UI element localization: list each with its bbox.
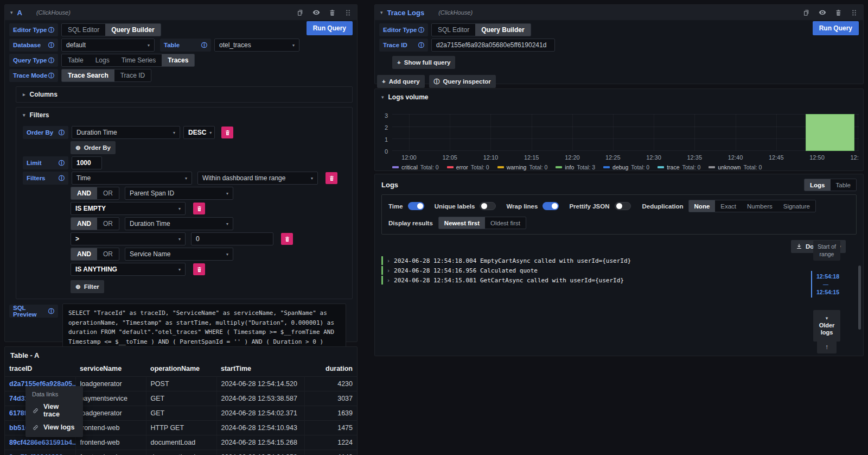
add-order-by-button[interactable]: ⊕ Order By [71, 141, 116, 154]
query-type-traces[interactable]: Traces [162, 54, 194, 66]
table-select[interactable]: otel_traces▾ [214, 39, 299, 52]
info-icon[interactable]: ⓘ [48, 41, 54, 49]
query-type-time-series[interactable]: Time Series [116, 54, 162, 66]
query-type-table[interactable]: Table [62, 54, 90, 66]
table-a-title[interactable]: Table - A [5, 347, 357, 362]
run-query-button[interactable]: Run Query [307, 21, 353, 35]
collapse-query-icon[interactable]: ▾ [10, 10, 13, 15]
filter-field-select[interactable]: Time▾ [72, 172, 192, 185]
log-row[interactable]: › 2024-06-28 12:54:16.956 Calculated quo… [381, 266, 803, 275]
info-icon[interactable]: ⓘ [418, 41, 424, 49]
legend-item-info[interactable]: info Total: 3 [556, 164, 595, 170]
log-row[interactable]: › 2024-06-28 12:54:18.004 EmptyCartAsync… [381, 256, 803, 265]
info-icon[interactable]: ⓘ [418, 26, 424, 34]
query-inspector-button[interactable]: ⓘ Query inspector [429, 75, 496, 88]
condition-operator-select[interactable]: IS EMPTY▾ [71, 202, 186, 215]
delete-query-icon[interactable] [329, 9, 336, 16]
time-toggle[interactable] [408, 202, 424, 210]
order-newest-first[interactable]: Newest first [439, 217, 485, 229]
info-icon[interactable]: ⓘ [48, 26, 54, 34]
info-icon[interactable]: ⓘ [48, 72, 54, 80]
info-icon[interactable]: ⓘ [59, 129, 65, 137]
remove-condition-button[interactable] [193, 203, 205, 214]
filter-operator-select[interactable]: Within dashboard time range▾ [197, 172, 318, 185]
trace-id-link[interactable]: 89cf4286e631591b4... [9, 439, 75, 446]
condition-field-select[interactable]: Service Name▾ [125, 248, 233, 261]
query-ref-id[interactable]: A [17, 9, 22, 17]
legend-item-unknown[interactable]: unknown Total: 0 [709, 164, 762, 170]
trace-id-input[interactable]: d2a7155ef6a928a05680e5ff6190241d [431, 39, 555, 52]
show-full-query-button[interactable]: + Show full query [392, 56, 455, 69]
bool-and[interactable]: AND [71, 218, 97, 230]
drag-handle-icon[interactable] [851, 9, 858, 16]
condition-value-input[interactable]: 0 [191, 232, 273, 245]
columns-section[interactable]: ▸ Columns [16, 86, 353, 103]
legend-item-error[interactable]: error Total: 0 [447, 164, 489, 170]
collapse-query-icon[interactable]: ▾ [380, 10, 383, 15]
filters-section-title[interactable]: ▾ Filters [16, 108, 352, 123]
older-logs-button[interactable]: ▾ Older logs [813, 310, 840, 342]
condition-field-select[interactable]: Parent Span ID▾ [125, 187, 233, 200]
editor-type-query-builder[interactable]: Query Builder [105, 24, 160, 36]
condition-operator-select[interactable]: >▾ [71, 232, 186, 245]
unique-labels-toggle[interactable] [480, 202, 496, 210]
view-trace-link[interactable]: View trace [32, 403, 76, 418]
bool-or[interactable]: OR [97, 187, 119, 199]
remove-condition-button[interactable] [193, 263, 205, 275]
expand-columns-icon[interactable]: ▸ [23, 92, 25, 97]
duplicate-query-icon[interactable] [297, 9, 304, 16]
view-logs-link[interactable]: View logs [32, 424, 76, 431]
order-oldest-first[interactable]: Oldest first [485, 217, 526, 229]
prettify-json-toggle[interactable] [615, 202, 631, 210]
hide-response-icon[interactable] [819, 9, 826, 16]
expand-log-icon[interactable]: › [387, 258, 390, 264]
log-row[interactable]: › 2024-06-28 12:54:15.081 GetCartAsync c… [381, 276, 803, 285]
col-operationname[interactable]: operationName [146, 362, 216, 377]
legend-item-critical[interactable]: critical Total: 0 [392, 164, 439, 170]
info-icon[interactable]: ⓘ [48, 307, 54, 315]
run-query-button[interactable]: Run Query [813, 21, 859, 35]
duplicate-query-icon[interactable] [803, 9, 810, 16]
info-logs-bar[interactable] [806, 114, 854, 151]
delete-query-icon[interactable] [835, 9, 842, 16]
view-logs-tab[interactable]: Logs [805, 179, 830, 191]
limit-input[interactable]: 1000 [72, 156, 102, 169]
drag-handle-icon[interactable] [344, 9, 352, 16]
editor-type-sql-editor[interactable]: SQL Editor [62, 24, 105, 36]
dedup-numbers[interactable]: Numbers [742, 200, 778, 212]
remove-filter-button[interactable] [326, 172, 337, 184]
scroll-to-top-button[interactable]: ↑ [817, 340, 837, 353]
expand-log-icon[interactable]: › [387, 268, 390, 274]
hide-response-icon[interactable] [312, 9, 320, 16]
legend-item-warning[interactable]: warning Total: 0 [497, 164, 548, 170]
info-icon[interactable]: ⓘ [59, 174, 65, 182]
query-type-logs[interactable]: Logs [90, 54, 116, 66]
order-by-direction-select[interactable]: DESC▾ [183, 126, 215, 139]
remove-condition-button[interactable] [281, 233, 293, 245]
col-starttime[interactable]: startTime [216, 362, 304, 377]
editor-type-query-builder[interactable]: Query Builder [475, 24, 530, 36]
col-servicename[interactable]: serviceName [75, 362, 146, 377]
dedup-signature[interactable]: Signature [778, 200, 815, 212]
bool-or[interactable]: OR [97, 248, 119, 260]
expand-log-icon[interactable]: › [387, 277, 390, 283]
query-ref-id[interactable]: Trace Logs [387, 9, 425, 17]
condition-operator-select[interactable]: IS ANYTHING▾ [71, 263, 186, 276]
info-icon[interactable]: ⓘ [201, 41, 207, 49]
legend-item-trace[interactable]: trace Total: 0 [658, 164, 700, 170]
bool-or[interactable]: OR [97, 218, 119, 230]
logs-volume-header[interactable]: ▾ Logs volume [375, 89, 863, 101]
editor-type-sql-editor[interactable]: SQL Editor [432, 24, 475, 36]
collapse-logs-volume-icon[interactable]: ▾ [381, 95, 384, 100]
legend-item-debug[interactable]: debug Total: 0 [603, 164, 649, 170]
info-icon[interactable]: ⓘ [59, 159, 65, 167]
database-select[interactable]: default▾ [61, 39, 155, 52]
collapse-filters-icon[interactable]: ▾ [23, 113, 25, 118]
bool-and[interactable]: AND [71, 187, 97, 199]
log-range-indicator[interactable]: 12:54:18 — 12:54:15 [812, 273, 839, 295]
wrap-lines-toggle[interactable] [542, 202, 559, 210]
dedup-none[interactable]: None [689, 200, 716, 212]
col-traceid[interactable]: traceID [5, 362, 75, 377]
condition-field-select[interactable]: Duration Time▾ [125, 217, 233, 230]
info-icon[interactable]: ⓘ [48, 56, 54, 65]
